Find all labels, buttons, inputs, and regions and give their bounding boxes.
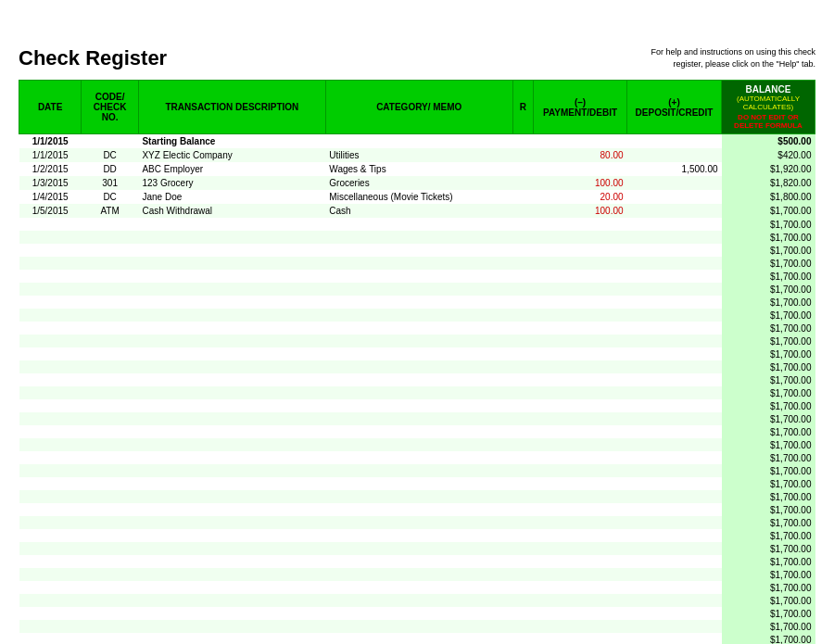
cell-balance: $1,700.00 <box>722 633 815 644</box>
header-r: R <box>512 81 533 134</box>
cell-description: Cash Withdrawal <box>138 204 325 218</box>
cell-date: 1/3/2015 <box>19 176 82 190</box>
header-date: DATE <box>19 81 82 134</box>
cell-balance: $1,700.00 <box>722 412 815 425</box>
help-text: For help and instructions on using this … <box>649 46 815 69</box>
cell-date: 1/1/2015 <box>19 134 82 149</box>
cell-code: DC <box>82 148 139 162</box>
cell-r <box>512 204 533 218</box>
cell-credit <box>627 204 722 218</box>
cell-balance: $1,700.00 <box>722 594 815 607</box>
cell-balance: $1,700.00 <box>722 581 815 594</box>
cell-debit: 80.00 <box>534 148 627 162</box>
cell-r <box>512 162 533 176</box>
cell-balance: $1,700.00 <box>722 464 815 477</box>
empty-row: $1,700.00 <box>19 594 815 607</box>
cell-description: XYZ Electic Company <box>138 148 325 162</box>
cell-balance: $1,700.00 <box>722 477 815 490</box>
header-description: TRANSACTION DESCRIPTION <box>138 81 325 134</box>
empty-row: $1,700.00 <box>19 335 815 347</box>
table-header: DATE CODE/ CHECK NO. TRANSACTION DESCRIP… <box>19 81 815 134</box>
cell-credit <box>627 134 722 149</box>
cell-balance: $1,800.00 <box>722 190 815 204</box>
empty-row: $1,700.00 <box>19 412 815 425</box>
cell-category: Wages & Tips <box>325 162 512 176</box>
cell-balance: $1,700.00 <box>722 204 815 218</box>
cell-debit <box>534 134 627 149</box>
header-code: CODE/ CHECK NO. <box>82 81 139 134</box>
cell-debit: 100.00 <box>534 176 627 190</box>
empty-row: $1,700.00 <box>19 542 815 555</box>
cell-category: Miscellaneous (Movie Tickets) <box>325 190 512 204</box>
empty-row: $1,700.00 <box>19 620 815 633</box>
empty-row: $1,700.00 <box>19 257 815 270</box>
cell-balance: $1,700.00 <box>722 451 815 464</box>
cell-balance: $1,700.00 <box>722 347 815 360</box>
cell-debit: 20.00 <box>534 190 627 204</box>
header-balance: BALANCE (AUTOMATICALLY CALCULATES) DO NO… <box>722 81 815 134</box>
empty-row: $1,700.00 <box>19 399 815 412</box>
cell-balance: $1,700.00 <box>722 231 815 244</box>
empty-row: $1,700.00 <box>19 581 815 594</box>
cell-category: Groceries <box>325 176 512 190</box>
empty-row: $1,700.00 <box>19 633 815 644</box>
table-row: 1/3/2015 301 123 Grocery Groceries 100.0… <box>19 176 815 190</box>
empty-row: $1,700.00 <box>19 309 815 322</box>
cell-balance: $1,700.00 <box>722 322 815 335</box>
cell-description: 123 Grocery <box>138 176 325 190</box>
cell-balance: $1,700.00 <box>722 283 815 296</box>
cell-balance: $1,700.00 <box>722 555 815 568</box>
empty-row: $1,700.00 <box>19 283 815 296</box>
cell-credit <box>627 176 722 190</box>
empty-row: $1,700.00 <box>19 373 815 386</box>
cell-balance: $1,700.00 <box>722 542 815 555</box>
cell-balance: $1,700.00 <box>722 270 815 283</box>
cell-date: 1/4/2015 <box>19 190 82 204</box>
header-debit: (–) PAYMENT/DEBIT <box>534 81 627 134</box>
cell-code: DC <box>82 190 139 204</box>
empty-row: $1,700.00 <box>19 360 815 373</box>
table-row: 1/1/2015 Starting Balance $500.00 <box>19 134 815 149</box>
cell-balance: $1,700.00 <box>722 529 815 542</box>
empty-row: $1,700.00 <box>19 516 815 529</box>
table-row: 1/4/2015 DC Jane Doe Miscellaneous (Movi… <box>19 190 815 204</box>
empty-row: $1,700.00 <box>19 555 815 568</box>
cell-balance: $1,700.00 <box>722 244 815 257</box>
empty-row: $1,700.00 <box>19 347 815 360</box>
cell-balance: $1,700.00 <box>722 296 815 309</box>
empty-row: $1,700.00 <box>19 503 815 516</box>
cell-balance: $1,700.00 <box>722 218 815 231</box>
cell-balance: $1,700.00 <box>722 503 815 516</box>
table-row: 1/5/2015 ATM Cash Withdrawal Cash 100.00… <box>19 204 815 218</box>
empty-row: $1,700.00 <box>19 529 815 542</box>
cell-description: Starting Balance <box>138 134 325 149</box>
cell-balance: $1,700.00 <box>722 425 815 438</box>
cell-balance: $1,700.00 <box>722 335 815 347</box>
cell-code: ATM <box>82 204 139 218</box>
cell-balance: $1,700.00 <box>722 386 815 399</box>
cell-balance: $1,700.00 <box>722 490 815 503</box>
cell-r <box>512 176 533 190</box>
empty-row: $1,700.00 <box>19 477 815 490</box>
cell-balance: $1,920.00 <box>722 162 815 176</box>
cell-code: 301 <box>82 176 139 190</box>
cell-code <box>82 134 139 149</box>
cell-balance: $1,700.00 <box>722 309 815 322</box>
empty-row: $1,700.00 <box>19 244 815 257</box>
empty-row: $1,700.00 <box>19 386 815 399</box>
header-credit: (+) DEPOSIT/CREDIT <box>627 81 722 134</box>
cell-r <box>512 148 533 162</box>
page-container: For help and instructions on using this … <box>19 46 815 644</box>
empty-row: $1,700.00 <box>19 270 815 283</box>
cell-category <box>325 134 512 149</box>
table-body: 1/1/2015 Starting Balance $500.00 1/1/20… <box>19 134 815 645</box>
empty-row: $1,700.00 <box>19 322 815 335</box>
empty-row: $1,700.00 <box>19 438 815 451</box>
cell-balance: $1,700.00 <box>722 516 815 529</box>
cell-balance: $1,700.00 <box>722 620 815 633</box>
cell-balance: $1,700.00 <box>722 360 815 373</box>
empty-row: $1,700.00 <box>19 296 815 309</box>
cell-balance: $1,820.00 <box>722 176 815 190</box>
cell-balance: $1,700.00 <box>722 568 815 581</box>
empty-row: $1,700.00 <box>19 451 815 464</box>
